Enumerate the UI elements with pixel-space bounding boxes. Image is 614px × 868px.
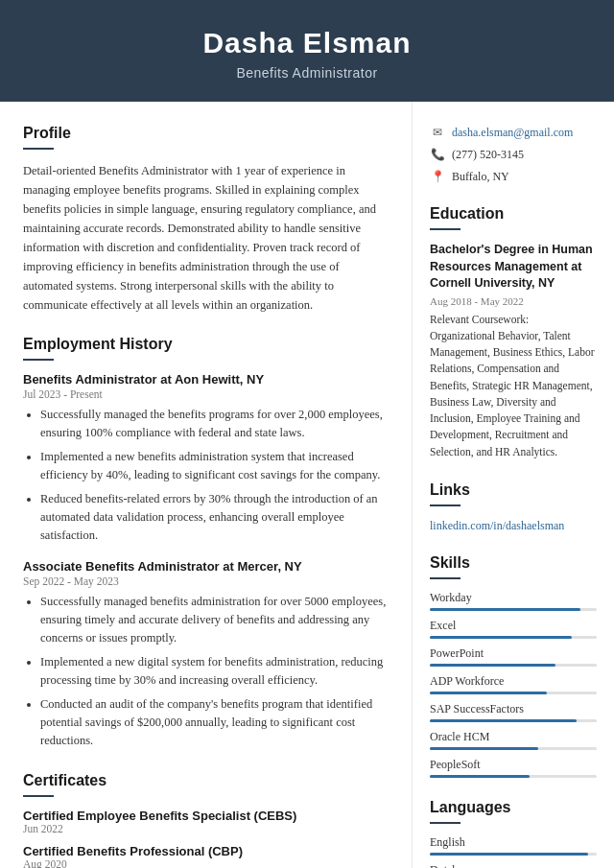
skill-bar-bg xyxy=(430,608,597,611)
skill-bar-fill xyxy=(430,719,577,722)
email-icon: ✉ xyxy=(430,125,445,140)
skill-item: PowerPoint xyxy=(430,646,597,667)
email-link[interactable]: dasha.elsman@gmail.com xyxy=(452,126,573,140)
resume-header: Dasha Elsman Benefits Administrator xyxy=(0,0,614,102)
certificates-heading: Certificates xyxy=(23,772,390,789)
languages-divider xyxy=(430,822,460,824)
employment-divider xyxy=(23,359,54,361)
language-bar-fill xyxy=(430,853,588,856)
candidate-name: Dasha Elsman xyxy=(19,27,595,59)
job-item-1: Benefits Administrator at Aon Hewitt, NY… xyxy=(23,372,390,546)
skills-heading: Skills xyxy=(430,554,597,572)
skills-list: Workday Excel PowerPoint ADP Workforce S… xyxy=(430,591,597,778)
skill-bar-bg xyxy=(430,692,597,694)
skill-name: SAP SuccessFactors xyxy=(430,702,597,716)
education-section: Education Bachelor's Degree in Human Res… xyxy=(430,205,597,460)
job-bullet: Implemented a new benefits administratio… xyxy=(40,448,390,485)
skill-item: Workday xyxy=(430,591,597,611)
skill-bar-fill xyxy=(430,775,530,778)
language-item: Dutch xyxy=(430,863,597,868)
skill-bar-fill xyxy=(430,747,538,750)
location-icon: 📍 xyxy=(430,169,445,184)
skill-bar-bg xyxy=(430,747,597,750)
skill-item: Excel xyxy=(430,619,597,639)
skill-name: Oracle HCM xyxy=(430,730,597,744)
resume-body: Profile Detail-oriented Benefits Adminis… xyxy=(0,102,614,868)
education-divider xyxy=(430,228,460,230)
profile-section: Profile Detail-oriented Benefits Adminis… xyxy=(23,125,390,315)
links-divider xyxy=(430,504,460,506)
skill-bar-fill xyxy=(430,608,580,611)
job-date-2: Sep 2022 - May 2023 xyxy=(23,575,390,587)
linkedin-link[interactable]: linkedin.com/in/dashaelsman xyxy=(430,519,564,532)
skills-section: Skills Workday Excel PowerPoint ADP Work… xyxy=(430,554,597,778)
job-title-2: Associate Benefits Administrator at Merc… xyxy=(23,559,390,574)
employment-section: Employment History Benefits Administrato… xyxy=(23,336,390,751)
skill-item: ADP Workforce xyxy=(430,674,597,694)
cert-date-1: Jun 2022 xyxy=(23,823,390,834)
phone-text: (277) 520-3145 xyxy=(452,148,524,162)
skill-name: PowerPoint xyxy=(430,646,597,661)
profile-divider xyxy=(23,148,54,150)
language-item: English xyxy=(430,835,597,856)
certificates-divider xyxy=(23,795,54,797)
skill-item: SAP SuccessFactors xyxy=(430,702,597,722)
links-heading: Links xyxy=(430,481,597,499)
contact-location-item: 📍 Buffalo, NY xyxy=(430,169,597,184)
language-bar-bg xyxy=(430,853,597,856)
education-heading: Education xyxy=(430,205,597,223)
job-item-2: Associate Benefits Administrator at Merc… xyxy=(23,559,390,751)
skill-bar-bg xyxy=(430,775,597,778)
job-bullet: Implemented a new digital system for ben… xyxy=(40,653,390,691)
skill-bar-fill xyxy=(430,636,572,639)
skills-divider xyxy=(430,577,460,579)
job-bullet: Successfully managed benefits administra… xyxy=(40,593,390,648)
languages-section: Languages English Dutch xyxy=(430,799,597,868)
profile-heading: Profile xyxy=(23,125,390,142)
education-degree: Bachelor's Degree in Human Resources Man… xyxy=(430,242,597,293)
certificates-section: Certificates Certified Employee Benefits… xyxy=(23,772,390,868)
phone-icon: 📞 xyxy=(430,147,445,162)
skill-item: PeopleSoft xyxy=(430,758,597,778)
job-bullet: Successfully managed the benefits progra… xyxy=(40,406,390,443)
education-coursework: Relevant Coursework: Organizational Beha… xyxy=(430,312,597,460)
cert-name-2: Certified Benefits Professional (CBP) xyxy=(23,844,390,858)
skill-bar-bg xyxy=(430,664,597,667)
languages-heading: Languages xyxy=(430,799,597,816)
skill-bar-bg xyxy=(430,719,597,722)
cert-item-1: Certified Employee Benefits Specialist (… xyxy=(23,809,390,834)
job-bullet: Conducted an audit of the company's bene… xyxy=(40,695,390,751)
job-bullets-1: Successfully managed the benefits progra… xyxy=(23,406,390,546)
job-title-1: Benefits Administrator at Aon Hewitt, NY xyxy=(23,372,390,387)
skill-item: Oracle HCM xyxy=(430,730,597,750)
profile-text: Detail-oriented Benefits Administrator w… xyxy=(23,161,390,315)
job-bullet: Reduced benefits-related errors by 30% t… xyxy=(40,490,390,546)
education-date: Aug 2018 - May 2022 xyxy=(430,295,597,307)
right-column: ✉ dasha.elsman@gmail.com 📞 (277) 520-314… xyxy=(413,102,614,868)
skill-bar-fill xyxy=(430,664,555,667)
cert-item-2: Certified Benefits Professional (CBP) Au… xyxy=(23,844,390,868)
skill-name: Excel xyxy=(430,619,597,633)
job-date-1: Jul 2023 - Present xyxy=(23,388,390,400)
location-text: Buffalo, NY xyxy=(452,170,509,184)
left-column: Profile Detail-oriented Benefits Adminis… xyxy=(0,102,413,868)
skill-name: ADP Workforce xyxy=(430,674,597,689)
skill-bar-fill xyxy=(430,692,547,694)
candidate-title: Benefits Administrator xyxy=(19,65,595,81)
job-bullets-2: Successfully managed benefits administra… xyxy=(23,593,390,751)
contact-email-item: ✉ dasha.elsman@gmail.com xyxy=(430,125,597,140)
language-name: Dutch xyxy=(430,863,597,868)
skill-name: PeopleSoft xyxy=(430,758,597,772)
skill-name: Workday xyxy=(430,591,597,605)
employment-heading: Employment History xyxy=(23,336,390,353)
languages-list: English Dutch xyxy=(430,835,597,868)
language-name: English xyxy=(430,835,597,850)
cert-name-1: Certified Employee Benefits Specialist (… xyxy=(23,809,390,823)
cert-date-2: Aug 2020 xyxy=(23,858,390,868)
contact-phone-item: 📞 (277) 520-3145 xyxy=(430,147,597,162)
links-section: Links linkedin.com/in/dashaelsman xyxy=(430,481,597,533)
skill-bar-bg xyxy=(430,636,597,639)
contact-section: ✉ dasha.elsman@gmail.com 📞 (277) 520-314… xyxy=(430,125,597,184)
